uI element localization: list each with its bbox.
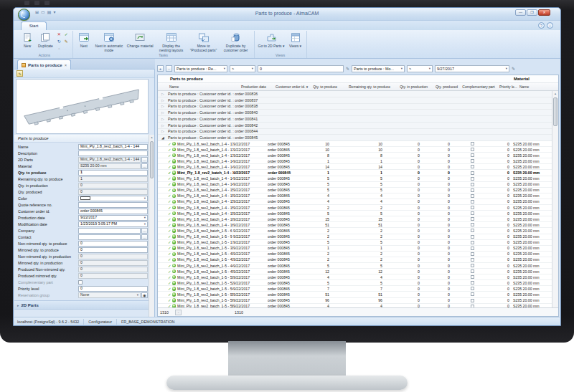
- edit-filter-icon[interactable]: ✎: [346, 66, 349, 71]
- column-header-customer-order-id[interactable]: Customer order id. ▾: [274, 85, 311, 89]
- remove-filter-button[interactable]: -: [166, 65, 172, 72]
- ribbon-button-duplicate-by-customer-order[interactable]: Duplicate by customer order: [220, 31, 252, 53]
- table-row[interactable]: ✓+Mint_Ply_1.8_rev2_batch_1-4 - 1439/22/…: [158, 164, 552, 170]
- table-row[interactable]: ✓+Mint_Ply_1.8_rev2_batch_1-4 - 1609/22/…: [158, 216, 552, 222]
- dropdown-caret-icon[interactable]: ▾: [429, 67, 430, 71]
- expand-icon[interactable]: ▷: [158, 123, 168, 128]
- complementary-checkbox[interactable]: [471, 229, 474, 232]
- complementary-checkbox[interactable]: [471, 258, 474, 262]
- field-input-non-mirrored-qty-to-produce[interactable]: 0: [78, 241, 148, 247]
- filter-field-select[interactable]: Parts to produce : Mo...▾: [352, 65, 405, 72]
- column-header-qty-produced[interactable]: Qty. produced: [429, 85, 459, 89]
- field-input-quote-reference-no[interactable]: [78, 202, 148, 208]
- ribbon-button-nest[interactable]: Nest: [75, 31, 93, 53]
- panel-scrollbar[interactable]: ▲: [149, 135, 154, 318]
- complementary-checkbox[interactable]: [471, 183, 474, 186]
- complementary-checkbox[interactable]: [471, 211, 474, 215]
- maximize-button[interactable]: ❐: [527, 9, 537, 16]
- group-row[interactable]: ▷Parts to produce : Customer order id. :…: [158, 123, 552, 129]
- complementary-checkbox[interactable]: [471, 252, 474, 256]
- table-row[interactable]: ✓+Mint_Ply_1.8_rev2_batch_1-5 - 99/22/20…: [158, 234, 552, 240]
- complementary-checkbox[interactable]: [471, 194, 474, 198]
- complementary-checkbox[interactable]: [471, 177, 474, 181]
- table-row[interactable]: ✓+Mint_Ply_1.8_rev2_batch_1-4 - 1479/22/…: [158, 182, 552, 188]
- field-input-color[interactable]: ▾: [78, 196, 148, 201]
- small-action-icon[interactable]: [63, 46, 70, 52]
- field-input-qty-to-produce[interactable]: 1: [78, 170, 148, 176]
- expand-icon[interactable]: ▷: [158, 104, 168, 108]
- field-input-material[interactable]: S235 20.00 mm: [78, 163, 141, 169]
- dropdown-caret-icon[interactable]: ▾: [144, 222, 146, 226]
- scroll-thumb[interactable]: [553, 97, 557, 126]
- complementary-checkbox[interactable]: [471, 171, 474, 175]
- scroll-up-icon[interactable]: ▲: [149, 135, 154, 140]
- expand-icon[interactable]: ▷: [158, 129, 168, 133]
- ribbon-button-change-material[interactable]: Change material: [126, 31, 155, 53]
- table-row[interactable]: ✓+Mint_Ply_1.8_rev2_batch_1-5 - 179/22/2…: [158, 240, 552, 246]
- column-header-qty-in-production[interactable]: Qty. in production: [392, 85, 429, 89]
- browse-ellipsis-button[interactable]: …: [141, 163, 148, 169]
- close-tab-icon[interactable]: ×: [65, 63, 67, 67]
- ribbon-button-new[interactable]: +New: [19, 31, 36, 53]
- info-icon[interactable]: i: [547, 22, 553, 29]
- complementary-checkbox[interactable]: [471, 241, 474, 244]
- table-row[interactable]: ✓+Mint_Ply_1.8_rev2_batch_1-4 - 1389/22/…: [158, 153, 552, 158]
- field-input-non-mirrored-qty-in-production[interactable]: 0: [78, 254, 148, 259]
- table-row[interactable]: ✓+Mint_Ply_1.8_rev2_batch_1-5 - 509/22/2…: [158, 274, 552, 280]
- complementary-checkbox[interactable]: [471, 142, 474, 145]
- filter-field-select[interactable]: Parts to produce : Re...▾: [174, 65, 227, 72]
- small-action-icon[interactable]: ✓: [63, 32, 70, 38]
- scroll-thumb[interactable]: [150, 141, 154, 178]
- close-button[interactable]: ✕: [538, 9, 550, 16]
- field-input-description[interactable]: [78, 150, 148, 156]
- complementary-checkbox[interactable]: [471, 223, 474, 226]
- table-row[interactable]: ✓+Mint_Ply_1.8_rev2_batch_1-4 - 1429/22/…: [158, 158, 552, 164]
- dropdown-caret-icon[interactable]: ▾: [252, 67, 253, 71]
- ribbon-button-go-to-2d-parts[interactable]: Go to 2D Parts ▾: [257, 31, 286, 53]
- column-header-name[interactable]: Name: [168, 85, 240, 89]
- dropdown-caret-icon[interactable]: ▾: [506, 67, 507, 71]
- table-row[interactable]: ✓+Mint_Ply_1.8_rev2_batch_1-4 - 1589/22/…: [158, 205, 552, 211]
- column-header-complementary-part[interactable]: Complementary part: [459, 85, 498, 89]
- field-input-customer-order-id[interactable]: order 000845: [78, 209, 148, 214]
- table-row[interactable]: ✓+Mint_Ply_1.8_rev2_batch_1-4 - 1519/22/…: [158, 193, 552, 199]
- complementary-checkbox[interactable]: [471, 235, 474, 239]
- complementary-checkbox[interactable]: [471, 159, 474, 163]
- field-input-produced-non-mirrored-qty[interactable]: 0: [78, 267, 148, 272]
- expand-icon[interactable]: ▷: [158, 98, 168, 102]
- field-input-2d-parts[interactable]: Mint_Ply_1.8_rev2_batch_1-4 - 144: [78, 157, 141, 163]
- filter-value-input[interactable]: 0: [258, 65, 344, 72]
- table-row[interactable]: ✓+Mint_Ply_1.8_rev2_batch_1-5 - 409/22/2…: [158, 252, 552, 257]
- group-row[interactable]: ▷Parts to produce : Customer order id. :…: [158, 104, 552, 110]
- table-row[interactable]: ✓+Mint_Ply_1.8_rev2_batch_1-5 - 549/22/2…: [158, 286, 552, 292]
- scroll-up-icon[interactable]: ▲: [552, 91, 558, 97]
- field-input-qty-produced[interactable]: 0: [78, 189, 148, 195]
- edit-filter-icon[interactable]: ✎: [512, 66, 515, 71]
- small-action-icon[interactable]: ✕: [56, 32, 62, 38]
- browse-ellipsis-button[interactable]: …: [141, 228, 148, 234]
- field-input-contact[interactable]: [78, 234, 141, 240]
- field-input-name[interactable]: Mint_Ply_1.8_rev2_batch_1-4 - 144: [78, 144, 148, 150]
- complementary-checkbox[interactable]: [471, 206, 474, 209]
- browse-ellipsis-button[interactable]: …: [141, 157, 148, 163]
- expand-icon[interactable]: ▷: [158, 92, 168, 96]
- field-input-priority-level[interactable]: 0: [78, 286, 148, 292]
- table-row[interactable]: ✓+Mint_Ply_1.8_rev2_batch_1-4 - 1449/22/…: [158, 170, 552, 176]
- table-row[interactable]: ✓+Mint_Ply_1.8_rev2_batch_1-5 - 309/22/2…: [158, 246, 552, 252]
- complementary-checkbox[interactable]: [471, 165, 474, 168]
- group-row[interactable]: ▷Parts to produce : Customer order id. :…: [158, 116, 552, 123]
- column-header-name-material[interactable]: Name: [518, 85, 558, 89]
- expander-icon[interactable]: ▸: [17, 303, 19, 307]
- field-input-mirrored-qty-to-produce[interactable]: 0: [78, 247, 148, 253]
- complementary-checkbox[interactable]: [471, 153, 474, 157]
- complementary-checkbox[interactable]: [471, 292, 474, 296]
- complementary-checkbox[interactable]: [471, 269, 474, 273]
- add-filter-button[interactable]: +: [157, 65, 164, 72]
- edit-part-icon[interactable]: ✎: [17, 70, 23, 77]
- table-row[interactable]: ✓+Mint_Ply_1.8_rev2_batch_1-5 - 569/22/2…: [158, 298, 552, 304]
- field-input-reservation-group[interactable]: None▾: [78, 292, 141, 298]
- complementary-checkbox[interactable]: [471, 247, 474, 250]
- column-header-priority-le[interactable]: Priority le...: [498, 85, 518, 89]
- column-header-production-date[interactable]: Production date: [240, 85, 274, 89]
- complementary-checkbox[interactable]: [471, 287, 474, 290]
